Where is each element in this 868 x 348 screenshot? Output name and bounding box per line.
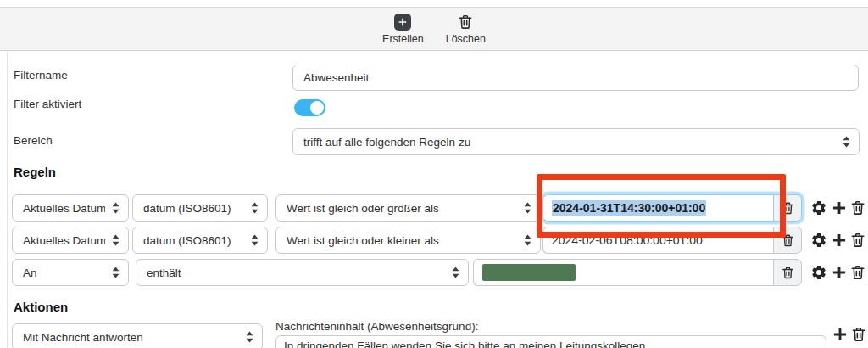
trash-icon [849,264,866,281]
rule2-value-text: 2024-02-06T08:00:00+01:00 [552,233,703,247]
gear-icon [810,264,827,281]
rule1-add-button[interactable] [831,199,848,216]
action-add-button[interactable] [832,326,849,343]
create-plus-icon [394,14,411,31]
rule2-settings-button[interactable] [810,232,827,249]
trash-icon [781,201,795,216]
trash-icon [849,199,866,216]
rule1-comparison-select[interactable]: Wert ist gleich oder größer als [275,194,541,222]
updown-arrows-icon [524,202,531,214]
rule3-comparison-value: enthält [147,267,181,279]
message-content-label: Nachrichteninhalt (Abwesenheitsgrund): [275,320,478,333]
scope-select[interactable]: trifft auf alle folgenden Regeln zu [292,128,860,155]
redacted-value-block [482,264,576,281]
delete-button[interactable]: Löschen [446,14,486,45]
trash-icon [849,232,866,249]
gear-icon [810,199,827,216]
rule3-source-value: An [23,267,37,279]
toggle-knob [310,101,324,115]
message-content-textarea[interactable]: In dringenden Fällen wenden Sie sich bit… [275,335,826,348]
updown-arrows-icon [452,267,459,278]
updown-arrows-icon [251,234,259,246]
plus-icon [832,326,849,343]
updown-arrows-icon [112,267,120,278]
rule1-datepart-value: datum (ISO8601) [143,202,231,215]
toolbar: Erstellen Löschen [0,7,868,51]
actions-header: Aktionen [14,300,68,314]
filter-active-label: Filter aktiviert [14,98,81,110]
rule3-comparison-select[interactable]: enthält [136,259,469,286]
rule2-source-value: Aktuelles Datum [23,234,105,247]
rule2-source-select[interactable]: Aktuelles Datum [12,227,129,254]
rule1-source-select[interactable]: Aktuelles Datum [12,194,129,222]
rule1-value-selected-text: 2024-01-31T14:30:00+01:00 [552,200,706,216]
rule3-value-input[interactable] [473,259,773,286]
rule3-value-group [473,259,802,286]
plus-icon [831,199,848,216]
rule3-add-button[interactable] [831,264,848,281]
rule3-delete-button[interactable] [849,264,866,281]
updown-arrows-icon [843,136,850,148]
filtername-input[interactable]: Abwesenheit [292,65,859,91]
rule2-value-input[interactable]: 2024-02-06T08:00:00+01:00 [542,227,773,254]
updown-arrows-icon [524,234,531,246]
rule1-delete-button[interactable] [849,199,866,216]
rule2-add-button[interactable] [831,232,848,249]
panel-left-border [7,52,8,348]
gear-icon [810,232,827,249]
filtername-value: Abwesenheit [303,71,369,84]
updown-arrows-icon [251,202,259,214]
rule3-settings-button[interactable] [810,264,827,281]
trash-icon [457,14,474,31]
updown-arrows-icon [112,202,120,214]
message-content-text: In dringenden Fällen wenden Sie sich bit… [284,340,645,348]
action-type-value: Mit Nachricht antworten [23,331,143,344]
rule1-source-value: Aktuelles Datum [23,202,105,215]
updown-arrows-icon [112,234,120,246]
rule1-comparison-value: Wert ist gleich oder größer als [287,202,439,215]
rule1-settings-button[interactable] [810,199,827,216]
action-delete-button[interactable] [850,326,867,343]
plus-icon [831,232,848,249]
rule2-comparison-value: Wert ist gleich oder kleiner als [287,234,439,247]
rule2-delete-button[interactable] [849,232,866,249]
rule1-value-input[interactable]: 2024-01-31T14:30:00+01:00 [542,194,773,222]
updown-arrows-icon [246,331,253,343]
rule1-clear-value-button[interactable] [773,194,802,222]
trash-icon [781,233,795,248]
rule1-value-group: 2024-01-31T14:30:00+01:00 [542,194,802,222]
rules-header: Regeln [14,165,56,179]
create-button-label: Erstellen [382,33,424,45]
plus-icon [831,264,848,281]
action-type-select[interactable]: Mit Nachricht antworten [12,323,263,348]
rule2-value-group: 2024-02-06T08:00:00+01:00 [542,227,802,254]
scope-label: Bereich [14,134,53,147]
rule3-source-select[interactable]: An [12,259,129,286]
rule2-datepart-value: datum (ISO8601) [143,234,231,247]
scope-select-value: trifft auf alle folgenden Regeln zu [303,136,470,149]
filtername-label: Filtername [14,69,68,81]
trash-icon [781,266,795,280]
trash-icon [850,326,867,343]
rule2-comparison-select[interactable]: Wert ist gleich oder kleiner als [275,227,541,254]
rule2-datepart-select[interactable]: datum (ISO8601) [132,227,268,254]
delete-button-label: Löschen [446,33,486,45]
create-button[interactable]: Erstellen [382,14,424,45]
rule1-datepart-select[interactable]: datum (ISO8601) [132,194,268,222]
rule3-clear-value-button[interactable] [773,259,802,286]
filter-editor-screen: Erstellen Löschen Filtername Abwesenheit… [0,0,868,348]
filter-active-toggle[interactable] [294,99,326,116]
rule2-clear-value-button[interactable] [773,227,802,254]
